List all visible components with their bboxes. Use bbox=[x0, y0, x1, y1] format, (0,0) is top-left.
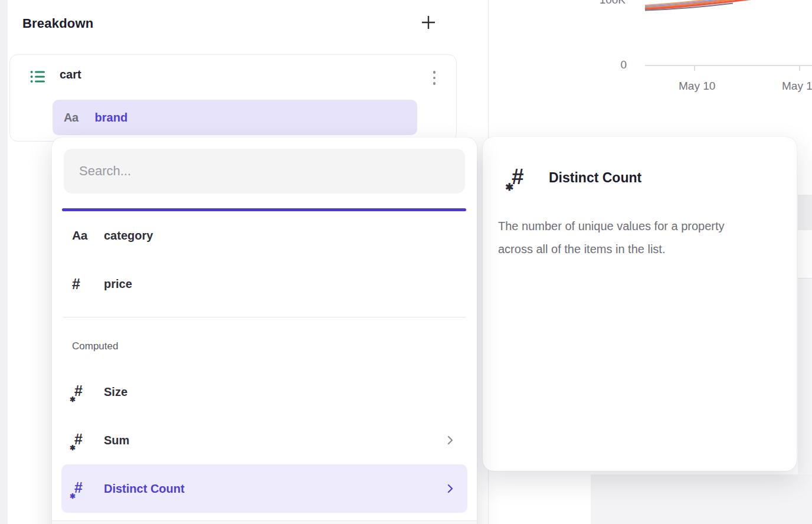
search-input[interactable] bbox=[64, 149, 465, 194]
plus-icon bbox=[420, 14, 437, 33]
y-axis-tick-100k: 100K bbox=[600, 0, 626, 6]
tooltip-description: The number of unique values for a proper… bbox=[498, 215, 782, 261]
computed-section-label: Computed bbox=[72, 340, 477, 355]
kebab-menu-icon[interactable] bbox=[429, 68, 440, 88]
distinct-count-tooltip: #✱ Distinct Count The number of unique v… bbox=[483, 137, 797, 471]
selected-property-name: brand bbox=[95, 111, 128, 125]
x-axis-label-may12: May 12 bbox=[782, 80, 812, 93]
x-axis-tickmark bbox=[799, 66, 800, 71]
x-axis-tickmark bbox=[694, 66, 695, 71]
breakdown-group-name: cart bbox=[60, 68, 81, 81]
computed-number-icon: #✱ bbox=[72, 431, 87, 449]
text-type-icon: Aa bbox=[72, 228, 87, 243]
computed-number-icon: #✱ bbox=[72, 383, 87, 401]
line-chart-series bbox=[637, 0, 812, 15]
computed-number-icon: #✱ bbox=[72, 480, 87, 497]
chevron-right-icon bbox=[447, 484, 453, 493]
property-option-price[interactable]: # price bbox=[52, 260, 477, 308]
y-axis-tick-0: 0 bbox=[620, 58, 627, 71]
x-axis-line bbox=[645, 65, 812, 66]
computed-option-sum[interactable]: #✱ Sum bbox=[52, 416, 477, 464]
background-table-corner bbox=[591, 474, 812, 524]
chevron-right-icon bbox=[447, 435, 453, 445]
x-axis-label-may10: May 10 bbox=[679, 80, 715, 93]
computed-option-size[interactable]: #✱ Size bbox=[52, 368, 477, 416]
background-table-area bbox=[798, 279, 812, 474]
dropdown-divider bbox=[63, 317, 466, 317]
dropdown-footer bbox=[52, 520, 477, 524]
app-left-rail bbox=[0, 0, 8, 524]
property-dropdown: Aa category # price Computed #✱ Size #✱ … bbox=[52, 137, 477, 524]
breakdown-section-title: Breakdown bbox=[22, 16, 93, 31]
add-breakdown-button[interactable] bbox=[419, 14, 438, 33]
number-type-icon: # bbox=[72, 276, 80, 293]
computed-option-distinct-count[interactable]: #✱ Distinct Count bbox=[61, 464, 467, 513]
selected-property-pill[interactable]: Aa brand bbox=[53, 100, 417, 135]
background-table-row bbox=[798, 195, 812, 230]
breakdown-card: cart Aa brand bbox=[9, 54, 457, 142]
computed-number-icon: #✱ bbox=[506, 164, 533, 191]
tooltip-title: Distinct Count bbox=[549, 170, 641, 186]
property-option-category[interactable]: Aa category bbox=[52, 211, 477, 260]
breakdown-group-row[interactable]: cart bbox=[10, 55, 456, 100]
list-icon bbox=[30, 70, 46, 86]
text-type-icon: Aa bbox=[64, 111, 78, 125]
